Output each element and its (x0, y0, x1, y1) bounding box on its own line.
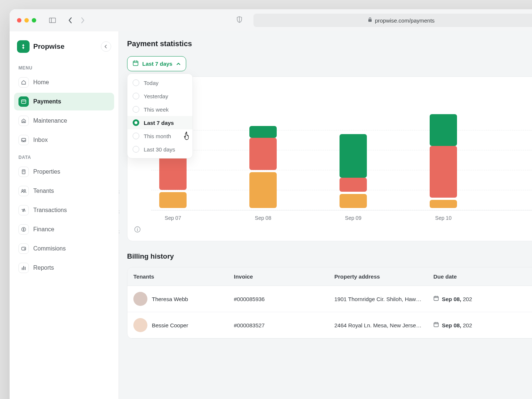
filter-option-last-30-days[interactable]: Last 30 days (127, 143, 192, 156)
address-bar[interactable]: propwise.com/payments (253, 14, 532, 27)
billing-history-title: Billing history (119, 241, 532, 267)
sidebar-item-payments[interactable]: Payments (14, 93, 114, 110)
sidebar-item-label: Transactions (33, 207, 67, 214)
home-icon (18, 77, 29, 88)
sidebar-item-home[interactable]: Home (14, 74, 114, 91)
lock-icon (368, 17, 372, 23)
filter-option-label: Last 7 days (144, 120, 174, 126)
svg-rect-7 (22, 170, 25, 174)
tenant-name: Bessie Cooper (152, 322, 188, 328)
th-address[interactable]: Property address (328, 267, 427, 286)
sidebar-item-maintenance[interactable]: Maintenance (14, 112, 114, 130)
svg-rect-27 (434, 297, 439, 301)
info-icon[interactable] (134, 228, 141, 234)
chart-bar-sep-10[interactable] (430, 114, 457, 210)
sidebar-item-reports[interactable]: Reports (14, 259, 114, 277)
cell-address: 1901 Thornridge Cir. Shiloh, Hawaii 8… (328, 290, 427, 308)
y-tick: $25k (119, 189, 126, 194)
nav-list-data: PropertiesTenantsTransactionsFinanceComm… (14, 163, 114, 277)
table-row[interactable]: Theresa Webb #000085936 1901 Thornridge … (127, 286, 532, 312)
x-tick: Sep 09 (340, 215, 367, 221)
brand-name: Propwise (33, 42, 64, 51)
filter-option-last-7-days[interactable]: Last 7 days (127, 116, 192, 129)
th-tenants[interactable]: Tenants (127, 267, 228, 286)
filter-option-this-month[interactable]: This month (127, 129, 192, 143)
forward-button[interactable] (78, 15, 88, 25)
chart-seg-amber (430, 200, 457, 208)
chart-seg-green (340, 134, 367, 178)
sidebar-item-label: Tenants (33, 188, 54, 194)
billing-table: Tenants Invoice Property address Due dat… (127, 267, 532, 339)
people-icon (18, 186, 29, 196)
table-row[interactable]: Bessie Cooper #000083527 2464 Royal Ln. … (127, 312, 532, 338)
bars-icon (18, 263, 29, 273)
radio-icon (133, 93, 139, 99)
tenant-name: Theresa Webb (152, 296, 188, 302)
cell-due-date: Sep 08, 202 (427, 290, 501, 308)
sidebar-item-commisions[interactable]: Commisions (14, 240, 114, 258)
section-label-menu: MENU (14, 59, 114, 74)
sidebar-item-properties[interactable]: Properties (14, 163, 114, 181)
window-close-button[interactable] (17, 18, 21, 23)
table-header: Tenants Invoice Property address Due dat… (127, 267, 532, 286)
window-minimize-button[interactable] (24, 18, 29, 23)
date-filter-dropdown: TodayYesterdayThis weekLast 7 daysThis m… (127, 74, 193, 158)
page-title: Payment statistics (119, 40, 532, 56)
radio-icon (133, 79, 139, 86)
dollar-icon (18, 224, 29, 235)
filter-option-label: Yesterday (144, 93, 168, 99)
calendar-icon (433, 296, 439, 302)
chart-bar-sep-09[interactable] (340, 134, 367, 210)
sidebar-item-tenants[interactable]: Tenants (14, 182, 114, 200)
chart-seg-amber (159, 192, 187, 208)
date-filter-button[interactable]: Last 7 days (127, 56, 186, 71)
chart-bar-sep-08[interactable] (249, 126, 277, 210)
brand-logo-icon (17, 40, 30, 53)
svg-rect-31 (434, 323, 439, 327)
filter-option-label: Today (144, 80, 158, 86)
svg-rect-16 (24, 248, 26, 249)
nav-buttons (65, 15, 88, 25)
sidebar-item-label: Properties (33, 168, 60, 175)
sidebar-item-label: Maintenance (33, 117, 67, 124)
browser-title-bar: propwise.com/payments (10, 9, 532, 31)
calendar-icon (433, 322, 439, 328)
sidebar-item-finance[interactable]: Finance (14, 221, 114, 238)
building-icon (18, 167, 29, 177)
chart-seg-green (249, 126, 277, 138)
brand: Propwise (14, 39, 114, 59)
svg-point-13 (24, 190, 25, 191)
chart-seg-amber (340, 194, 367, 208)
filter-option-this-week[interactable]: This week (127, 103, 192, 116)
sidebar-item-inbox[interactable]: Inbox (14, 131, 114, 149)
privacy-shield-icon[interactable] (236, 16, 242, 24)
swap-icon (18, 205, 29, 215)
sidebar-toggle-icon[interactable] (48, 16, 57, 25)
back-button[interactable] (65, 15, 75, 25)
svg-rect-4 (21, 100, 26, 103)
address-wrap: propwise.com/payments (91, 14, 532, 27)
window-zoom-button[interactable] (32, 18, 36, 23)
cell-invoice: #000083527 (228, 316, 328, 334)
filter-option-yesterday[interactable]: Yesterday (127, 89, 192, 103)
th-invoice[interactable]: Invoice (228, 267, 328, 286)
chart-seg-red (430, 146, 457, 198)
chart-seg-red (249, 138, 277, 170)
inbox-icon (18, 135, 29, 145)
svg-point-12 (22, 190, 23, 191)
svg-point-25 (137, 228, 138, 229)
sidebar-item-label: Finance (33, 226, 54, 233)
browser-window: propwise.com/payments Propwise MENU Home… (10, 9, 532, 399)
radio-icon (133, 119, 139, 126)
filter-option-label: This week (144, 106, 169, 113)
sidebar-item-label: Payments (33, 98, 61, 105)
y-tick: $20k (119, 209, 126, 214)
sidebar-item-transactions[interactable]: Transactions (14, 201, 114, 219)
filter-option-label: Last 30 days (144, 146, 175, 153)
nav-list-menu: HomePaymentsMaintenanceInbox (14, 74, 114, 149)
chart-seg-green (430, 114, 457, 146)
collapse-sidebar-button[interactable] (101, 41, 111, 52)
th-due-date[interactable]: Due date (427, 267, 501, 286)
chart-plot (151, 84, 532, 211)
filter-option-today[interactable]: Today (127, 76, 192, 89)
